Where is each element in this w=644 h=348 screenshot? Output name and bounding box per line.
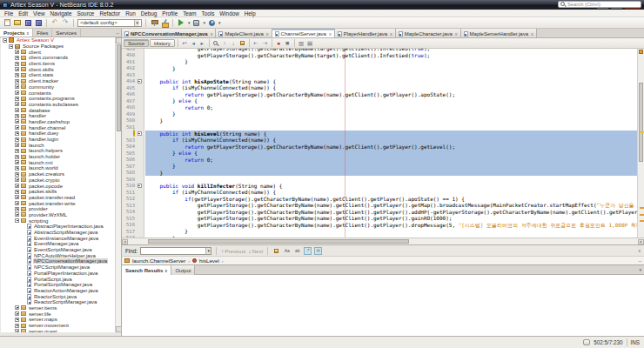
tree-item[interactable]: ReactorActionManager.java [1, 288, 120, 294]
code-line[interactable]: } [147, 228, 637, 235]
close-find-bar-icon[interactable]: x [639, 248, 641, 253]
tree-item[interactable]: NPCScriptManager.java [1, 264, 120, 271]
breadcrumb-item-method[interactable]: hisLevel [199, 258, 219, 264]
code-line[interactable]: getPlayerStorage().getCharacterByName(na… [147, 202, 637, 209]
tree-item[interactable]: AbstractPlayerInteraction.java [1, 224, 120, 230]
expand-plus-icon[interactable] [15, 102, 19, 106]
tree-item[interactable]: handler.login [1, 137, 120, 143]
editor-tab-channelserver-java[interactable]: ChannelServer.javax [272, 29, 335, 38]
tree-item[interactable]: server.quest [1, 328, 120, 332]
expand-plus-icon[interactable] [15, 67, 19, 71]
code-line[interactable]: } [147, 170, 637, 177]
tree-item[interactable]: packet.opcode [1, 183, 120, 189]
expand-plus-icon[interactable] [15, 125, 19, 130]
tree-item[interactable]: launch.helpers [1, 148, 120, 154]
find-next-occurrence-icon[interactable]: ↓ [230, 39, 238, 47]
editor-tab-mapleclient-java[interactable]: MapleClient.javax [216, 29, 272, 38]
tree-item[interactable]: packet.transfer.read [1, 195, 120, 201]
code-line[interactable]: public int hisLevel(String name) { [147, 130, 637, 137]
expand-minus-icon[interactable] [15, 218, 19, 223]
scrollbar-thumb[interactable] [148, 239, 409, 244]
new-project-button[interactable] [13, 18, 22, 27]
expand-plus-icon[interactable] [15, 137, 19, 142]
menu-profile[interactable]: Profile [159, 10, 180, 17]
error-stripe-summary-icon[interactable] [639, 50, 643, 54]
find-input[interactable]: ▾ [140, 247, 211, 255]
tree-item[interactable]: EventScriptManager.java [1, 247, 120, 253]
expand-plus-icon[interactable] [15, 131, 19, 136]
tree-item[interactable]: EventInstanceManager.java [1, 235, 120, 241]
scrollbar-thumb[interactable] [117, 44, 121, 131]
clean-build-button[interactable] [160, 18, 169, 27]
tab-close-icon[interactable]: x [164, 268, 167, 273]
find-dropdown-icon[interactable]: ▾ [205, 248, 211, 254]
expand-plus-icon[interactable] [15, 212, 19, 217]
code-line[interactable]: return 0; [147, 157, 637, 164]
profile-project-button[interactable] [207, 18, 216, 27]
expand-plus-icon[interactable] [15, 318, 19, 322]
tree-item[interactable]: server.maps [1, 317, 120, 323]
tab-close-icon[interactable]: x [211, 31, 213, 37]
error-stripe-mark[interactable] [640, 131, 644, 133]
code-line[interactable]: } else { [147, 97, 637, 104]
tree-item[interactable]: constants.subclasses [1, 102, 120, 108]
tree-item[interactable]: client.commands [1, 55, 120, 61]
editor-tab-playerhandler-java[interactable]: PlayerHandler.javax [335, 29, 396, 38]
error-stripe-mark[interactable] [640, 214, 644, 216]
tree-item[interactable]: PortalScript.java [1, 276, 120, 282]
tab-close-icon[interactable]: x [329, 31, 332, 37]
notifications-icon[interactable] [583, 339, 590, 345]
tree-item[interactable]: EventManager.java [1, 241, 120, 247]
code-line[interactable]: if (isMyChannelConnected(name)) { [147, 137, 637, 144]
expand-plus-icon[interactable] [15, 79, 19, 84]
editor-scrollbar[interactable] [637, 49, 644, 238]
menu-edit[interactable]: Edit [16, 10, 30, 17]
find-next-button[interactable]: ↓ Next [248, 248, 263, 254]
tree-item[interactable]: NPCConversationManager.java [1, 258, 120, 264]
tree-item[interactable]: Source Packages [1, 44, 120, 50]
debug-dropdown-icon[interactable]: ▾ [204, 20, 206, 25]
expand-plus-icon[interactable] [15, 207, 19, 211]
back-icon[interactable]: ◂ [190, 39, 198, 47]
combobox-dropdown-icon[interactable]: ▾ [134, 20, 139, 26]
tree-item[interactable]: PortalPlayerInteraction.java [1, 271, 120, 277]
tree-item[interactable]: ReactorScript.java [1, 293, 120, 299]
tab-projects[interactable]: Projects x [0, 29, 33, 37]
expand-plus-icon[interactable] [15, 143, 19, 147]
expand-plus-icon[interactable] [15, 311, 19, 316]
tree-item[interactable]: constants.programs [1, 96, 120, 102]
comment-icon[interactable]: ▥ [298, 39, 305, 47]
expand-plus-icon[interactable] [15, 50, 19, 54]
code-line[interactable]: return getPlayerStorage().getCharacterBy… [147, 91, 637, 98]
tree-item[interactable]: provider.WzXML [1, 212, 120, 218]
expand-plus-icon[interactable] [15, 114, 19, 118]
code-editor[interactable]: 4894904914924934944954964974984995005015… [122, 49, 644, 238]
tab-close-icon[interactable]: x [26, 29, 29, 37]
expand-minus-icon[interactable] [3, 38, 7, 43]
minimize-panel-icon[interactable]: ─ [114, 29, 121, 37]
menu-window[interactable]: Window [217, 10, 241, 17]
wrap-around-toggle[interactable]: ⟳ [314, 247, 322, 255]
tree-item[interactable]: ReactorScriptManager.java [1, 299, 120, 305]
tree-scrollbar[interactable] [115, 37, 121, 332]
stop-macro-recording-icon[interactable]: ■ [284, 39, 292, 47]
tab-close-icon[interactable]: x [390, 31, 392, 37]
editor-tab-npcconversationmanager-java[interactable]: NPCConversationManager.javax [122, 29, 216, 38]
regular-expression-toggle[interactable]: .* [304, 247, 312, 255]
tab-services[interactable]: Services [52, 29, 81, 37]
code-line[interactable]: } [147, 65, 637, 72]
code-line[interactable]: public int hisApoState(String name) { [147, 78, 637, 85]
start-macro-recording-icon[interactable]: ● [275, 39, 283, 47]
expand-plus-icon[interactable] [15, 84, 19, 89]
code-line[interactable] [147, 124, 637, 130]
expand-plus-icon[interactable] [15, 329, 19, 332]
tab-files[interactable]: Files [33, 29, 52, 37]
tree-item[interactable]: server.movement [1, 323, 120, 329]
tree-item[interactable]: AbstractScriptManager.java [1, 230, 120, 236]
tree-item[interactable]: server.items [1, 305, 120, 311]
editor-tab-maplecharacter-java[interactable]: MapleCharacter.javax [396, 29, 461, 38]
tab-search-results[interactable]: Search Results x [122, 265, 171, 275]
fold-collapse-icon[interactable] [138, 131, 142, 136]
tree-item[interactable]: handler [1, 113, 120, 119]
error-stripe-mark[interactable] [640, 207, 644, 209]
